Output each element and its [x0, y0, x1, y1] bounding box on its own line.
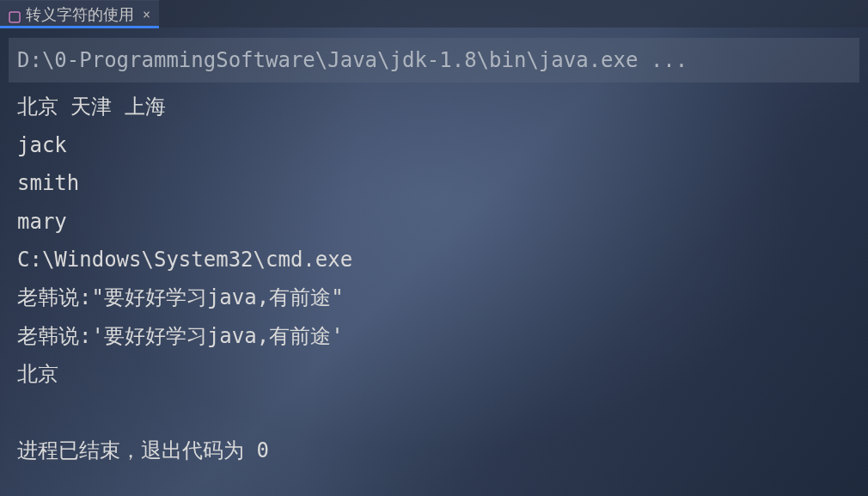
tab-run-config[interactable]: 转义字符的使用 × [0, 0, 159, 28]
tab-bar: 转义字符的使用 × [0, 0, 868, 28]
run-config-icon [9, 9, 21, 21]
output-line: 北京 [17, 355, 851, 393]
output-line: mary [17, 203, 851, 241]
output-line: 老韩说:'要好好学习java,有前途' [17, 317, 851, 355]
output-line: 老韩说:"要好好学习java,有前途" [17, 279, 851, 316]
tab-title: 转义字符的使用 [26, 4, 134, 25]
output-line: 北京 天津 上海 [17, 88, 851, 126]
output-line: C:\Windows\System32\cmd.exe [17, 241, 851, 279]
exit-message: 进程已结束，退出代码为 0 [17, 432, 851, 469]
close-icon[interactable]: × [143, 7, 150, 22]
output-line: smith [17, 164, 851, 202]
blank-line [17, 394, 851, 432]
console-output: D:\0-ProgrammingSoftware\Java\jdk-1.8\bi… [0, 28, 868, 483]
command-line[interactable]: D:\0-ProgrammingSoftware\Java\jdk-1.8\bi… [9, 38, 859, 83]
output-line: jack [17, 126, 851, 164]
svg-rect-0 [9, 12, 20, 22]
